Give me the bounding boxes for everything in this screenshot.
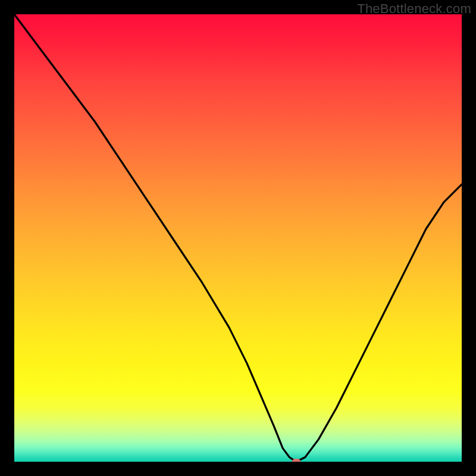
plot-area	[14, 14, 462, 462]
watermark-text: TheBottleneck.com	[357, 1, 471, 17]
bottleneck-curve	[14, 14, 462, 462]
minimum-marker	[292, 459, 300, 462]
chart-frame: TheBottleneck.com	[0, 0, 476, 476]
